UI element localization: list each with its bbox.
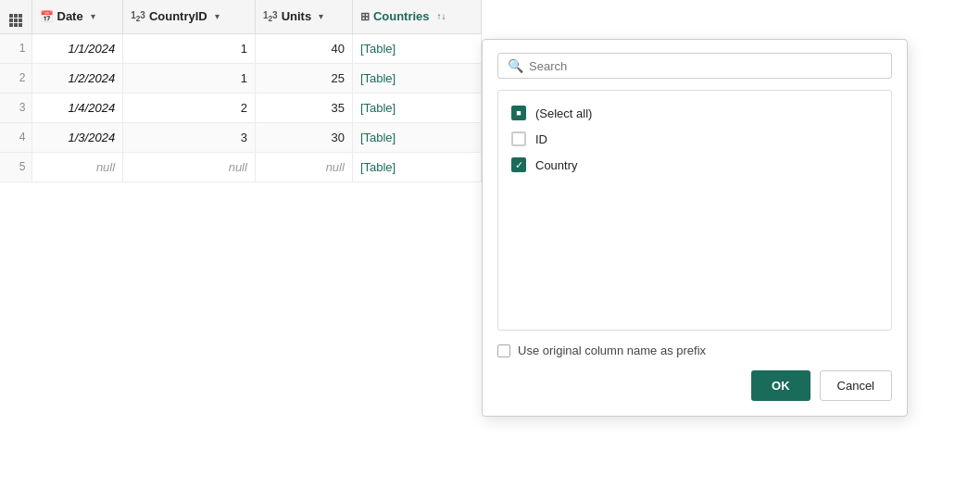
prefix-checkbox[interactable] <box>497 344 510 357</box>
label-id[interactable]: ID <box>535 132 547 146</box>
cell-countries-2: [Table] <box>352 63 481 93</box>
units-col-dropdown[interactable]: ▾ <box>317 11 325 21</box>
row-num-2: 2 <box>0 63 31 93</box>
col-header-countryid: 123 CountryID ▾ <box>123 0 256 33</box>
countries-col-dropdown[interactable]: ↑↓ <box>435 11 448 21</box>
table-row: 3 1/4/2024 2 35 [Table] <box>0 93 482 122</box>
col-header-units: 123 Units ▾ <box>255 0 352 33</box>
row-num-4: 4 <box>0 122 31 152</box>
checkbox-id[interactable] <box>511 131 526 146</box>
cancel-button[interactable]: Cancel <box>820 370 892 401</box>
countryid-type-icon: 123 <box>131 10 145 23</box>
col-name-date: Date <box>57 9 83 23</box>
label-select-all[interactable]: (Select all) <box>535 106 592 120</box>
date-type-icon: 📅 <box>40 10 54 23</box>
table-row: 1 1/1/2024 1 40 [Table] <box>0 33 482 63</box>
row-num-3: 3 <box>0 93 31 122</box>
cell-countries-5: [Table] <box>352 152 481 181</box>
cell-countries-4: [Table] <box>352 122 481 152</box>
table-row: 4 1/3/2024 3 30 [Table] <box>0 122 482 152</box>
cell-date-5: null <box>31 152 123 181</box>
search-input[interactable] <box>529 59 882 73</box>
cell-date-4: 1/3/2024 <box>31 122 123 152</box>
checkbox-item-id: ID <box>511 126 878 152</box>
checkbox-item-country: Country <box>511 152 878 178</box>
cell-countryid-4: 3 <box>123 122 256 152</box>
cell-countryid-2: 1 <box>123 63 256 93</box>
cell-date-2: 1/2/2024 <box>31 63 123 93</box>
row-index-header <box>0 0 31 33</box>
cell-units-2: 25 <box>255 63 352 93</box>
column-checkbox-list: (Select all) ID Country <box>497 90 892 331</box>
table-area: 📅 Date ▾ 123 CountryID ▾ 123 Units <box>0 0 980 500</box>
prefix-row: Use original column name as prefix <box>497 344 892 357</box>
search-box: 🔍 <box>497 53 892 79</box>
cell-countries-3: [Table] <box>352 93 481 122</box>
countries-type-icon: ⊞ <box>360 10 370 23</box>
col-name-units: Units <box>282 9 312 23</box>
col-name-countryid: CountryID <box>149 9 207 23</box>
cell-units-5: null <box>255 152 352 181</box>
table-row: 2 1/2/2024 1 25 [Table] <box>0 63 482 93</box>
cell-units-1: 40 <box>255 33 352 63</box>
checkbox-country[interactable] <box>511 157 526 172</box>
col-header-date: 📅 Date ▾ <box>31 0 123 33</box>
cell-units-4: 30 <box>255 122 352 152</box>
cell-countryid-3: 2 <box>123 93 256 122</box>
checkbox-select-all[interactable] <box>511 106 526 120</box>
cell-units-3: 35 <box>255 93 352 122</box>
row-num-5: 5 <box>0 152 31 181</box>
row-num-1: 1 <box>0 33 31 63</box>
grid-icon <box>9 14 22 27</box>
date-col-dropdown[interactable]: ▾ <box>89 11 97 21</box>
cell-countryid-1: 1 <box>123 33 256 63</box>
prefix-label: Use original column name as prefix <box>518 344 706 357</box>
countryid-col-dropdown[interactable]: ▾ <box>213 11 221 21</box>
expand-columns-panel: 🔍 (Select all) ID Country Use orig <box>482 39 908 417</box>
table-row: 5 null null null [Table] <box>0 152 482 181</box>
units-type-icon: 123 <box>263 10 278 23</box>
cell-countryid-5: null <box>123 152 256 181</box>
cell-date-3: 1/4/2024 <box>31 93 123 122</box>
action-row: OK Cancel <box>497 370 892 401</box>
data-table: 📅 Date ▾ 123 CountryID ▾ 123 Units <box>0 0 482 182</box>
col-name-countries: Countries <box>373 9 430 23</box>
cell-date-1: 1/1/2024 <box>31 33 123 63</box>
cell-countries-1: [Table] <box>352 33 481 63</box>
col-header-countries: ⊞ Countries ↑↓ <box>352 0 481 33</box>
ok-button[interactable]: OK <box>751 370 810 401</box>
checkbox-item-select-all: (Select all) <box>511 100 878 126</box>
label-country[interactable]: Country <box>535 158 578 172</box>
search-icon: 🔍 <box>508 58 523 73</box>
